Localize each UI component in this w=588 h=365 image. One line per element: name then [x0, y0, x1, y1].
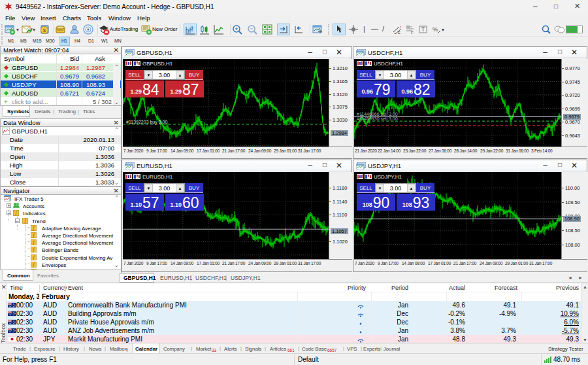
svg-text:%: %: [433, 26, 438, 33]
svg-text:F: F: [411, 31, 414, 35]
svg-text:T: T: [421, 26, 425, 33]
svg-text:E: E: [398, 31, 400, 35]
svg-text:$: $: [43, 27, 46, 33]
